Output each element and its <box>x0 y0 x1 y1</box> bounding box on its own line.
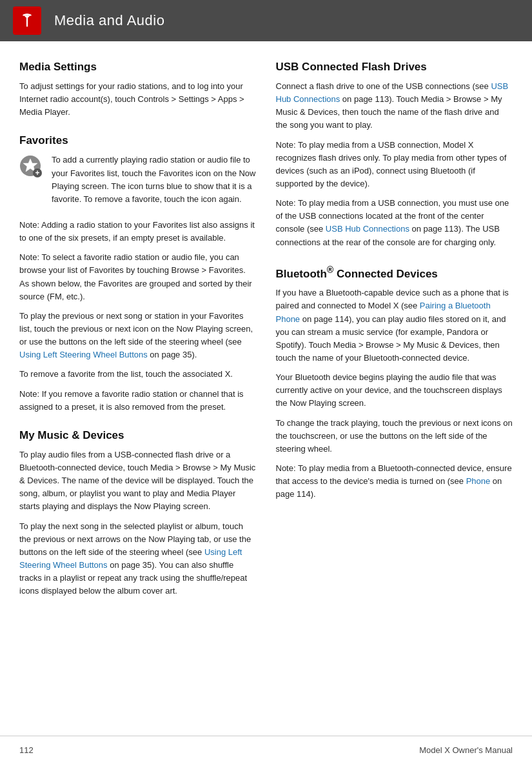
bluetooth-heading: Bluetooth® Connected Devices <box>276 265 513 281</box>
favorites-p5: Note: If you remove a favorite radio sta… <box>19 388 257 414</box>
usb-p1: Connect a flash drive to one of the USB … <box>276 80 513 132</box>
usb-hub-link-2[interactable]: USB Hub Connections <box>326 224 409 234</box>
usb-p3: Note: To play media from a USB connectio… <box>276 197 513 249</box>
favorites-p2: Note: To select a favorite radio station… <box>19 251 257 303</box>
my-music-section: My Music & Devices To play audio files f… <box>19 429 257 598</box>
favorites-icon-row: + To add a currently playing radio stati… <box>19 154 257 212</box>
bluetooth-p2: Your Bluetooth device begins playing the… <box>276 371 513 410</box>
media-settings-heading: Media Settings <box>19 61 257 74</box>
bluetooth-section: Bluetooth® Connected Devices If you have… <box>276 265 513 501</box>
media-settings-p1: To adjust settings for your radio statio… <box>19 80 257 119</box>
page-header: Media and Audio <box>0 0 532 41</box>
manual-title: Model X Owner's Manual <box>419 745 513 755</box>
svg-text:+: + <box>35 168 39 177</box>
page-footer: 112 Model X Owner's Manual <box>0 736 532 764</box>
favorites-p3: To play the previous or next song or sta… <box>19 310 257 362</box>
usb-section: USB Connected Flash Drives Connect a fla… <box>276 61 513 249</box>
favorites-p4: To remove a favorite from the list, touc… <box>19 368 257 381</box>
steering-wheel-link-2[interactable]: Using Left Steering Wheel Buttons <box>19 547 242 570</box>
left-column: Media Settings To adjust settings for yo… <box>19 61 257 613</box>
bluetooth-p1: If you have a Bluetooth-capable device s… <box>276 286 513 365</box>
my-music-heading: My Music & Devices <box>19 429 257 442</box>
page-title: Media and Audio <box>54 12 164 29</box>
favorites-icon: + <box>19 155 44 179</box>
favorites-heading: Favorites <box>19 134 257 147</box>
bluetooth-p4: Note: To play media from a Bluetooth-con… <box>276 462 513 501</box>
steering-wheel-link-1[interactable]: Using Left Steering Wheel Buttons <box>19 350 148 359</box>
favorites-p1: Note: Adding a radio station to your Fav… <box>19 219 257 245</box>
pairing-bluetooth-link[interactable]: Pairing a Bluetooth Phone <box>276 301 491 323</box>
page-number: 112 <box>19 745 34 755</box>
usb-heading: USB Connected Flash Drives <box>276 61 513 74</box>
right-column: USB Connected Flash Drives Connect a fla… <box>276 61 513 613</box>
media-settings-section: Media Settings To adjust settings for yo… <box>19 61 257 119</box>
favorites-icon-p: To add a currently playing radio station… <box>52 154 257 206</box>
phone-link[interactable]: Phone <box>466 476 491 486</box>
usb-hub-link-1[interactable]: USB Hub Connections <box>276 81 509 104</box>
my-music-p2: To play the next song in the selected pl… <box>19 520 257 598</box>
favorites-section: Favorites + To add a currently playing r… <box>19 134 257 413</box>
main-content: Media Settings To adjust settings for yo… <box>0 41 532 652</box>
bluetooth-p3: To change the track playing, touch the p… <box>276 417 513 456</box>
tesla-logo <box>13 6 41 35</box>
usb-p2: Note: To play media from a USB connectio… <box>276 139 513 191</box>
my-music-p1: To play audio files from a USB-connected… <box>19 448 257 514</box>
